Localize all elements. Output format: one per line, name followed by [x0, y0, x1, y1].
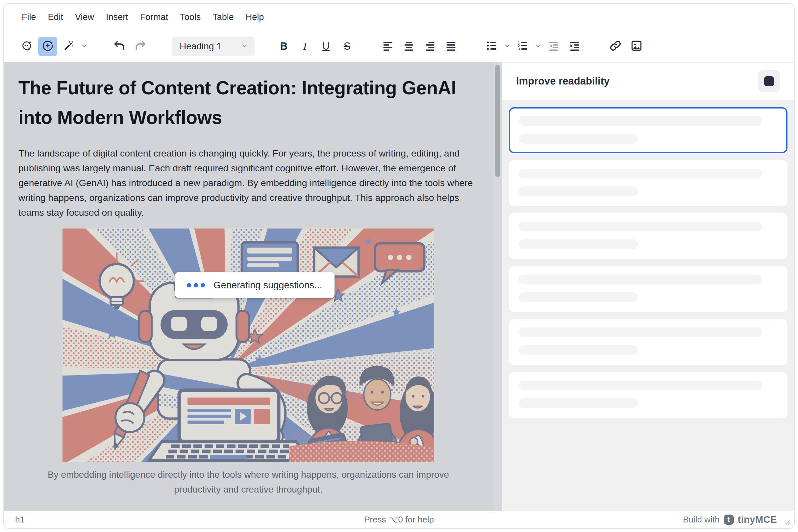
skeleton-line: [519, 327, 762, 337]
generating-suggestions-toast: Generating suggestions...: [175, 272, 335, 298]
align-left-icon: [382, 40, 394, 53]
chevron-down-icon: [535, 42, 542, 51]
tinymce-logo-icon: t: [724, 515, 734, 525]
editor-scrollbar[interactable]: [493, 62, 502, 511]
align-left-button[interactable]: [378, 37, 397, 56]
outdent-button[interactable]: [544, 37, 563, 56]
skeleton-line: [519, 169, 762, 178]
italic-label: I: [303, 40, 307, 52]
sidebar-title: Improve readability: [516, 75, 610, 87]
menu-view[interactable]: View: [69, 9, 100, 26]
menu-format[interactable]: Format: [134, 9, 174, 26]
indent-button[interactable]: [565, 37, 584, 56]
numbered-list-button[interactable]: 123: [513, 37, 532, 56]
skeleton-line: [519, 398, 638, 408]
skeleton-line: [519, 240, 638, 249]
status-bar: Press ⌥0 for help h1 Build with t tinyMC…: [4, 511, 794, 528]
undo-icon: [113, 40, 125, 53]
italic-button[interactable]: I: [295, 37, 314, 56]
image-button[interactable]: [627, 37, 646, 56]
image-caption: By embedding intelligence directly into …: [18, 467, 478, 497]
suggestion-card-list: [502, 100, 794, 432]
skeleton-line: [519, 134, 638, 144]
align-justify-icon: [445, 40, 457, 53]
bold-button[interactable]: B: [274, 37, 293, 56]
chevron-down-icon: [241, 41, 248, 52]
tinymce-editor-window: File Edit View Insert Format Tools Table…: [3, 3, 795, 529]
suggestion-card[interactable]: [509, 372, 787, 418]
skeleton-line: [519, 222, 762, 231]
menu-insert[interactable]: Insert: [100, 9, 134, 26]
suggestion-card[interactable]: [509, 266, 787, 312]
scrollbar-thumb[interactable]: [495, 65, 500, 177]
format-select[interactable]: Heading 1: [172, 37, 255, 56]
menu-table[interactable]: Table: [207, 9, 240, 26]
link-button[interactable]: [606, 37, 625, 56]
suggestion-card-selected[interactable]: [509, 107, 787, 153]
stop-icon: [764, 76, 774, 86]
align-right-button[interactable]: [420, 37, 440, 56]
underline-button[interactable]: U: [316, 37, 335, 56]
align-center-icon: [403, 40, 415, 53]
branding[interactable]: Build with t tinyMCE: [683, 514, 794, 525]
menu-tools[interactable]: Tools: [174, 9, 207, 26]
outdent-icon: [548, 40, 559, 53]
editor-content[interactable]: The Future of Content Creation: Integrat…: [4, 62, 493, 511]
improve-readability-panel: Improve readability: [502, 62, 794, 511]
underline-label: U: [322, 40, 330, 52]
skeleton-line: [519, 345, 638, 355]
suggestion-card[interactable]: [509, 213, 787, 259]
branding-prefix: Build with: [683, 515, 719, 525]
document-illustration: [62, 229, 434, 462]
bold-label: B: [280, 40, 287, 52]
align-right-icon: [424, 40, 436, 53]
branding-name: tinyMCE: [738, 514, 777, 525]
bullet-list-dropdown[interactable]: [503, 37, 511, 56]
skeleton-line: [519, 186, 638, 196]
ai-chat-icon: [21, 40, 33, 53]
loading-dots-icon: [187, 283, 205, 287]
document-heading: The Future of Content Creation: Integrat…: [18, 73, 478, 132]
align-justify-button[interactable]: [442, 37, 461, 56]
document-paragraph: The landscape of digital content creatio…: [18, 146, 478, 220]
redo-button[interactable]: [131, 37, 150, 56]
ai-shortcuts-dropdown[interactable]: [80, 37, 88, 56]
ai-shortcuts-button[interactable]: [59, 37, 78, 56]
strikethrough-button[interactable]: S: [337, 37, 356, 56]
ai-review-button[interactable]: [38, 37, 57, 56]
undo-button[interactable]: [110, 37, 129, 56]
menu-edit[interactable]: Edit: [42, 9, 69, 26]
skeleton-line: [519, 292, 638, 302]
numbered-list-dropdown[interactable]: [534, 37, 542, 56]
redo-icon: [134, 40, 146, 53]
help-shortcut-text: Press ⌥0 for help: [4, 515, 794, 525]
skeleton-line: [519, 274, 762, 284]
generating-suggestions-text: Generating suggestions...: [214, 280, 322, 291]
menu-help[interactable]: Help: [240, 9, 270, 26]
numbered-list-icon: 123: [517, 40, 528, 53]
indent-icon: [569, 40, 580, 53]
link-icon: [610, 40, 621, 53]
skeleton-line: [519, 116, 762, 126]
sidebar-header: Improve readability: [502, 62, 794, 100]
stop-generation-button[interactable]: [758, 70, 780, 92]
menu-file[interactable]: File: [16, 9, 42, 26]
suggestion-card[interactable]: [509, 160, 787, 206]
magic-wand-icon: [63, 40, 75, 53]
format-select-value: Heading 1: [180, 41, 222, 52]
skeleton-line: [519, 380, 762, 390]
suggestion-card[interactable]: [509, 319, 787, 365]
ai-review-icon: [42, 40, 54, 53]
chevron-down-icon: [504, 42, 511, 51]
menu-bar: File Edit View Insert Format Tools Table…: [4, 4, 794, 30]
align-center-button[interactable]: [399, 37, 419, 56]
image-icon: [631, 40, 643, 53]
bullet-list-icon: [486, 40, 498, 53]
editor-dim-overlay: [62, 229, 434, 462]
toolbar: Heading 1 B I U S: [4, 30, 794, 62]
svg-text:3: 3: [518, 47, 520, 51]
bullet-list-button[interactable]: [482, 37, 501, 56]
ai-chat-button[interactable]: [17, 37, 36, 56]
chevron-down-icon: [80, 42, 88, 51]
main-area: The Future of Content Creation: Integrat…: [4, 62, 794, 511]
